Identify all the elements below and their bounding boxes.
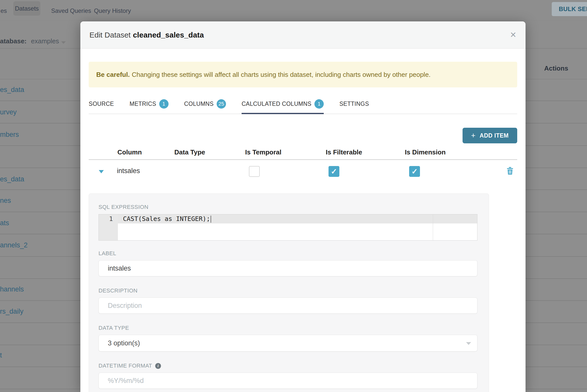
dataset-link[interactable]: hannels (0, 285, 24, 293)
add-item-label: ADD ITEM (480, 132, 509, 139)
row-column-name: intsales (117, 167, 140, 175)
modal-title-dataset-name: cleaned_sales_data (133, 31, 204, 39)
header-is-dimension: Is Dimension (405, 148, 446, 156)
header-column: Column (117, 148, 142, 156)
sql-code-line: CAST(Sales as INTEGER); (123, 214, 211, 223)
bulk-select-label: BULK SELECT (559, 6, 587, 13)
warning-banner: Be careful. Changing these settings will… (89, 62, 517, 87)
label-input[interactable] (99, 260, 477, 276)
tab-settings-label: SETTINGS (339, 101, 369, 107)
header-data-type: Data Type (174, 148, 205, 156)
database-filter-label: atabase: (0, 37, 27, 45)
dataset-link[interactable]: es_data (0, 175, 24, 183)
bulk-select-button[interactable]: BULK SELECT (552, 2, 587, 16)
data-type-field-label: DATA TYPE (99, 325, 477, 331)
toolbar: + ADD ITEM (89, 128, 517, 143)
columns-count-badge: 25 (217, 99, 226, 109)
modal-header: Edit Datasetcleaned_sales_data ✕ (80, 21, 526, 49)
nav-divider (0, 20, 587, 20)
chevron-down-icon (466, 342, 471, 345)
table-row: intsales (89, 160, 517, 183)
editor-gutter: 1 (99, 214, 118, 240)
dataset-link[interactable]: annels_2 (0, 241, 28, 249)
nav-tab-saved-queries[interactable]: Saved Queries (51, 7, 91, 14)
tab-source[interactable]: SOURCE (89, 99, 114, 114)
calculated-columns-table-header: Column Data Type Is Temporal Is Filterab… (89, 145, 517, 160)
data-type-selected-value: 3 option(s) (108, 339, 140, 347)
text-cursor (211, 216, 211, 223)
tab-columns[interactable]: COLUMNS 25 (184, 99, 226, 114)
sql-expression-editor[interactable]: 1 CAST(Sales as INTEGER); (99, 214, 477, 241)
tab-metrics-label: METRICS (129, 101, 156, 107)
label-field-group: LABEL (99, 250, 477, 276)
dataset-link[interactable]: rs_daily (0, 308, 23, 315)
dataset-link[interactable]: urvey (0, 108, 17, 116)
datetime-format-input[interactable] (99, 373, 477, 389)
edit-dataset-modal: Edit Datasetcleaned_sales_data ✕ Be care… (80, 21, 526, 392)
close-icon[interactable]: ✕ (510, 30, 516, 40)
nav-tab-query-history[interactable]: Query History (94, 7, 131, 14)
dataset-link[interactable]: mbers (0, 131, 19, 139)
dataset-link[interactable]: t (0, 351, 2, 359)
chevron-down-icon[interactable] (61, 41, 66, 44)
dataset-link[interactable]: ats (0, 219, 9, 227)
collapse-caret-icon[interactable] (99, 170, 104, 173)
trash-icon[interactable] (507, 167, 513, 176)
dataset-link[interactable]: nes (0, 197, 11, 205)
label-field-label: LABEL (99, 250, 477, 257)
sql-expression-label: SQL EXPRESSION (99, 204, 477, 210)
tab-source-label: SOURCE (89, 101, 114, 107)
header-is-filterable: Is Filterable (326, 148, 362, 156)
description-input[interactable] (99, 298, 477, 314)
tab-calculated-columns-label: CALCULATED COLUMNS (242, 101, 311, 107)
modal-tabs: SOURCE METRICS 1 COLUMNS 25 CALCULATED C… (89, 99, 517, 114)
is-temporal-checkbox[interactable] (249, 166, 260, 177)
data-type-field-group: DATA TYPE 3 option(s) (99, 325, 477, 351)
sql-code-text: CAST(Sales as INTEGER); (123, 215, 210, 222)
metrics-count-badge: 1 (159, 99, 169, 109)
tab-calculated-columns[interactable]: CALCULATED COLUMNS 1 (242, 99, 324, 114)
nav-tab-cutoff[interactable]: es (1, 7, 7, 14)
tab-metrics[interactable]: METRICS 1 (129, 99, 169, 114)
info-icon[interactable]: i (155, 363, 161, 369)
nav-tab-datasets[interactable]: Datasets (13, 1, 40, 16)
header-is-temporal: Is Temporal (245, 148, 281, 156)
warning-bold: Be careful. (96, 71, 130, 79)
datetime-format-field-group: DATETIME FORMAT i (99, 363, 477, 389)
editor-print-margin (433, 214, 433, 240)
nav-tab-datasets-label: Datasets (15, 5, 39, 12)
calculated-columns-count-badge: 1 (314, 99, 324, 109)
modal-body: Be careful. Changing these settings will… (80, 62, 526, 392)
tab-columns-label: COLUMNS (184, 101, 214, 107)
database-filter-value[interactable]: examples (31, 37, 59, 45)
is-dimension-checkbox[interactable] (409, 166, 420, 177)
actions-column-header: Actions (544, 64, 568, 72)
add-item-button[interactable]: + ADD ITEM (463, 128, 517, 143)
description-field-group: DESCRIPTION (99, 287, 477, 314)
data-type-select[interactable]: 3 option(s) (99, 335, 477, 351)
tab-settings[interactable]: SETTINGS (339, 99, 369, 114)
warning-text: Changing these settings will affect all … (132, 71, 431, 79)
modal-title: Edit Datasetcleaned_sales_data (89, 31, 204, 39)
screen: es Datasets Saved Queries Query History … (0, 0, 587, 392)
editor-code-area[interactable]: CAST(Sales as INTEGER); (118, 214, 477, 240)
calculated-column-editor-panel: SQL EXPRESSION 1 CAST(Sales as INTEGER);… (89, 193, 489, 392)
dataset-link[interactable]: es_data (0, 86, 24, 94)
line-number: 1 (99, 214, 118, 223)
datetime-format-label: DATETIME FORMAT (99, 363, 152, 369)
modal-title-prefix: Edit Dataset (89, 31, 131, 39)
description-field-label: DESCRIPTION (99, 287, 477, 294)
plus-icon: + (471, 132, 476, 139)
is-filterable-checkbox[interactable] (329, 166, 339, 177)
